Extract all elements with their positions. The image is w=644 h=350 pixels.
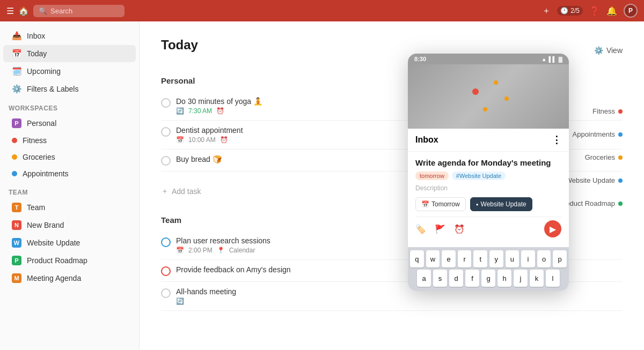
mobile-overlay: 8:30 ▲ ▌▌ ▓ Inbox ⋮ Write [408,54,569,291]
task-text-yoga: Do 30 minutes of yoga 🧘 [176,97,262,106]
home-icon[interactable]: 🏠 [18,6,29,16]
key-t[interactable]: t [473,250,487,267]
key-p[interactable]: p [553,250,567,267]
view-filter-icon: ⚙️ [594,46,603,55]
sidebar-item-today[interactable]: 📅 Today [3,45,136,62]
website-update-avatar: W [12,238,21,248]
key-y[interactable]: y [489,250,503,267]
map-dot-2 [494,80,498,85]
flag-icon[interactable]: 🚩 [435,224,445,234]
sidebar-item-filters[interactable]: ⚙️ Filters & Labels [3,80,136,98]
more-icon[interactable]: ⋮ [552,134,561,146]
task-text-allhands: All-hands meeting [176,287,236,296]
task-circle-dentist[interactable] [161,127,171,137]
team-label-team: Team [27,203,45,212]
team-label: Team [0,182,139,198]
sidebar-label-upcoming: Upcoming [27,67,61,76]
sidebar-item-team[interactable]: T Team [3,199,136,216]
recur-icon-allhands: 🔄 [176,297,184,305]
main-layout: 📥 Inbox 📅 Today 🗓️ Upcoming ⚙️ Filters &… [0,21,644,350]
task-content-bread: Buy bread 🍞 [176,155,222,163]
team-label-new-brand: New Brand [27,221,64,229]
team-label-product-roadmap: Product Roadmap [27,256,87,265]
key-l[interactable]: l [546,270,560,287]
key-k[interactable]: k [530,270,544,287]
key-h[interactable]: h [497,270,511,287]
website-update-button[interactable]: ● Website Update [470,197,532,211]
hamburger-icon[interactable]: ☰ [6,6,14,16]
inbox-header: Inbox ⋮ [408,129,569,151]
key-d[interactable]: d [449,270,463,287]
help-icon[interactable]: ❓ [589,6,600,16]
fitness-dot [12,138,17,143]
top-navigation: ☰ 🏠 🔍 Search ＋ 🕐 2/5 ❓ 🔔 P [0,0,644,21]
sidebar-item-inbox[interactable]: 📥 Inbox [3,27,136,44]
recur-icon-yoga: 🔄 [176,107,184,115]
task-text-research: Plan user research sessions [176,236,270,245]
key-r[interactable]: r [458,250,472,267]
clock-icon: 🕐 [560,7,568,14]
avatar-button[interactable]: P [624,4,638,18]
tag-icon[interactable]: 🏷️ [415,224,426,234]
sidebar-item-meeting-agenda[interactable]: M Meeting Agenda [3,270,136,287]
key-f[interactable]: f [465,270,479,287]
alarm-action-icon[interactable]: ⏰ [454,224,465,234]
view-button[interactable]: ⚙️ View [594,46,623,55]
key-j[interactable]: j [514,270,528,287]
key-g[interactable]: g [481,270,495,287]
sidebar-item-new-brand[interactable]: N New Brand [3,217,136,234]
personal-avatar: P [12,118,21,128]
sidebar-item-upcoming[interactable]: 🗓️ Upcoming [3,63,136,80]
key-u[interactable]: u [506,250,519,267]
task-time-research: 2:00 PM [188,247,213,254]
groceries-dot [12,154,17,160]
add-icon[interactable]: ＋ [542,5,551,17]
key-q[interactable]: q [410,250,424,267]
mobile-task-description[interactable]: Description [415,184,561,192]
map-dot-3 [504,96,509,101]
sidebar-item-personal[interactable]: P Personal [3,115,136,132]
tomorrow-button[interactable]: 📅 Tomorrow [415,197,466,211]
topnav-right: ＋ 🕐 2/5 ❓ 🔔 P [542,4,638,18]
sidebar-item-fitness[interactable]: Fitness [3,132,136,148]
progress-value: 2/5 [570,7,580,14]
key-o[interactable]: o [537,250,551,267]
topnav-left: ☰ 🏠 🔍 Search [6,5,125,17]
send-button[interactable]: ▶ [544,220,561,237]
appointments-indicator [618,132,623,137]
battery-icon: ▓ [559,56,562,62]
task-content-allhands: All-hands meeting 🔄 [176,287,236,305]
team-avatar: T [12,203,21,212]
sidebar-item-product-roadmap[interactable]: P Product Roadmap [3,252,136,269]
team-label-website-update: Website Update [27,239,80,247]
roadmap-indicator [618,202,623,206]
product-roadmap-avatar: P [12,256,21,265]
key-i[interactable]: i [521,250,535,267]
task-circle-feedback[interactable] [161,266,171,276]
key-e[interactable]: e [442,250,456,267]
bell-icon[interactable]: 🔔 [606,6,617,16]
appointments-dot [12,171,17,176]
workspace-label-groceries: Groceries [23,153,55,161]
phone-status-bar: 8:30 ▲ ▌▌ ▓ [408,54,569,64]
task-circle-allhands[interactable] [161,288,171,298]
task-meta-allhands: 🔄 [176,297,236,305]
sidebar-item-groceries[interactable]: Groceries [3,149,136,165]
sidebar-item-appointments[interactable]: Appointments [3,166,136,182]
workspaces-label: Workspaces [0,98,139,114]
search-bar[interactable]: 🔍 Search [33,5,125,17]
key-s[interactable]: s [433,270,447,287]
tomorrow-label: Tomorrow [431,200,460,208]
signal-icon: ▌▌ [549,56,557,62]
key-w[interactable]: w [426,250,440,267]
task-circle-bread[interactable] [161,156,171,166]
key-a[interactable]: a [417,270,431,287]
task-content-feedback: Provide feedback on Amy's design [176,265,291,274]
sidebar-item-website-update[interactable]: W Website Update [3,234,136,251]
view-label: View [606,46,623,55]
calendar-icon-research: 📅 [176,247,184,254]
task-time-dentist: 10:00 AM [188,136,216,144]
task-circle-research[interactable] [161,237,171,247]
task-circle-yoga[interactable] [161,98,171,108]
new-brand-avatar: N [12,220,21,230]
